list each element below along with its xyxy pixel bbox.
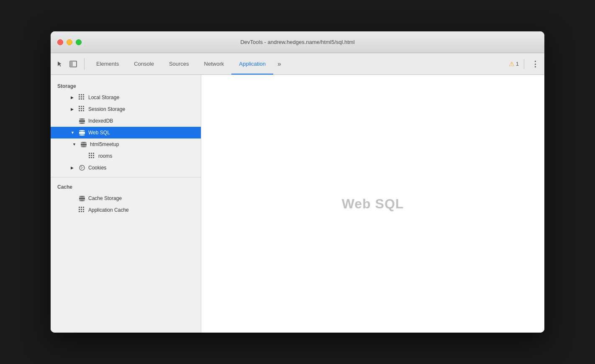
sidebar-item-html5meetup[interactable]: ▼ html5meetup [51,138,201,150]
db-icon [78,129,86,136]
more-options-button[interactable]: ⋮ [529,58,541,70]
sidebar-item-label: Web SQL [88,130,110,136]
sidebar-item-label: Session Storage [88,106,125,112]
grid-icon [88,152,96,160]
more-tabs-button[interactable]: » [273,53,285,74]
toolbar-divider [524,59,524,69]
traffic-lights [57,39,82,45]
tab-navigation: Elements Console Sources Network Applica… [89,53,508,74]
sidebar-item-web-sql[interactable]: ▼ Web SQL [51,127,201,138]
maximize-button[interactable] [76,39,82,45]
sidebar: Storage ▶ Local Storage ▶ Ses [51,75,201,333]
tab-console[interactable]: Console [126,53,162,74]
grid-icon [78,94,86,101]
sidebar-item-label: IndexedDB [88,118,113,124]
sidebar-item-label: html5meetup [90,141,119,147]
sidebar-item-label: Application Cache [88,207,129,213]
grid-icon [78,105,86,113]
toolbar-icons [54,58,85,70]
svg-point-5 [81,168,82,169]
grid-icon [78,206,86,214]
sidebar-item-cache-storage[interactable]: ▶ Cache Storage [51,192,201,204]
sidebar-item-rooms[interactable]: ▶ rooms [51,150,201,162]
sidebar-item-label: Cache Storage [88,195,122,201]
content-area: Web SQL [201,75,544,333]
tab-elements[interactable]: Elements [89,53,126,74]
sidebar-divider [51,177,201,177]
chevron-down-icon: ▼ [72,142,77,146]
warning-badge[interactable]: ⚠ 1 [509,60,519,68]
cache-section-label: Cache [51,181,201,192]
svg-rect-1 [70,61,73,67]
tab-application[interactable]: Application [231,53,273,74]
tab-network[interactable]: Network [197,53,232,74]
window-title: DevTools - andrew.hedges.name/html5/sql.… [240,39,354,45]
svg-point-3 [81,167,82,167]
cookie-icon [78,164,86,172]
warning-count: 1 [516,61,519,67]
cursor-icon[interactable] [54,58,66,70]
dock-icon[interactable] [67,58,79,70]
db-icon [78,117,86,125]
main-content: Storage ▶ Local Storage ▶ Ses [51,75,544,333]
toolbar: Elements Console Sources Network Applica… [51,53,544,75]
content-placeholder: Web SQL [342,196,404,212]
sidebar-item-local-storage[interactable]: ▶ Local Storage [51,92,201,103]
svg-point-4 [82,167,83,168]
title-bar: DevTools - andrew.hedges.name/html5/sql.… [51,31,544,53]
chevron-down-icon: ▼ [71,131,76,135]
sidebar-item-indexeddb[interactable]: ▶ IndexedDB [51,115,201,127]
warning-icon: ⚠ [509,60,514,68]
toolbar-right: ⚠ 1 ⋮ [509,58,541,70]
tab-sources[interactable]: Sources [162,53,197,74]
db-icon [80,141,87,148]
svg-point-2 [80,165,85,170]
sidebar-item-label: rooms [98,153,112,159]
close-button[interactable] [57,39,63,45]
sidebar-item-session-storage[interactable]: ▶ Session Storage [51,103,201,115]
sidebar-item-label: Cookies [88,165,106,171]
sidebar-item-application-cache[interactable]: ▶ Application Cache [51,204,201,216]
chevron-right-icon: ▶ [71,107,76,111]
devtools-window: DevTools - andrew.hedges.name/html5/sql.… [51,31,544,333]
minimize-button[interactable] [67,39,72,45]
sidebar-item-cookies[interactable]: ▶ Cookies [51,162,201,174]
chevron-right-icon: ▶ [71,166,76,170]
storage-section-label: Storage [51,80,201,92]
db-icon [78,195,86,202]
chevron-right-icon: ▶ [71,95,76,100]
sidebar-item-label: Local Storage [88,95,119,100]
